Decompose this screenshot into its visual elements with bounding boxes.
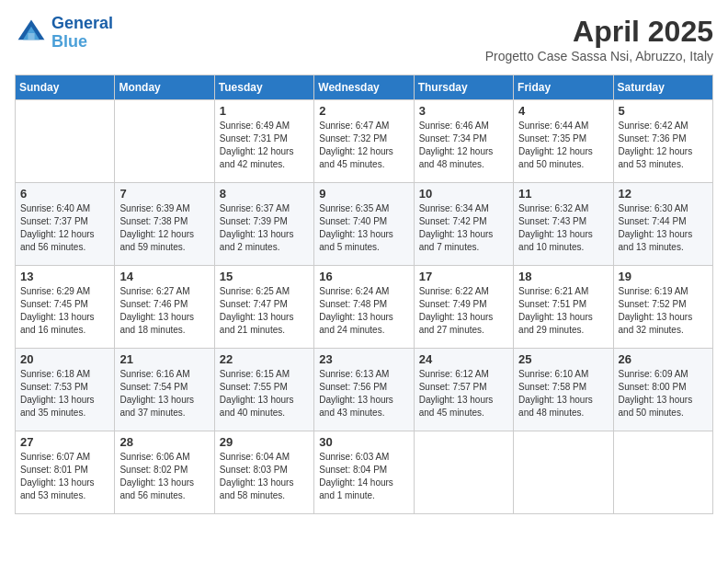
day-info: Sunrise: 6:13 AM Sunset: 7:56 PM Dayligh… bbox=[319, 368, 408, 419]
calendar-cell: 13Sunrise: 6:29 AM Sunset: 7:45 PM Dayli… bbox=[16, 266, 115, 349]
day-number: 28 bbox=[119, 435, 209, 449]
day-info: Sunrise: 6:27 AM Sunset: 7:46 PM Dayligh… bbox=[119, 285, 209, 337]
calendar-cell: 25Sunrise: 6:10 AM Sunset: 7:58 PM Dayli… bbox=[514, 349, 613, 431]
day-info: Sunrise: 6:37 AM Sunset: 7:39 PM Dayligh… bbox=[220, 202, 309, 254]
page-header: General Blue April 2025 Progetto Case Sa… bbox=[15, 15, 713, 63]
day-header-thursday: Thursday bbox=[414, 75, 513, 100]
day-info: Sunrise: 6:35 AM Sunset: 7:40 PM Dayligh… bbox=[319, 202, 408, 254]
day-info: Sunrise: 6:19 AM Sunset: 7:52 PM Dayligh… bbox=[619, 285, 708, 337]
calendar-cell: 15Sunrise: 6:25 AM Sunset: 7:47 PM Dayli… bbox=[214, 266, 313, 349]
day-number: 21 bbox=[119, 352, 209, 366]
day-number: 9 bbox=[319, 187, 408, 201]
calendar-cell: 16Sunrise: 6:24 AM Sunset: 7:48 PM Dayli… bbox=[314, 266, 414, 349]
calendar-cell bbox=[115, 100, 214, 183]
day-info: Sunrise: 6:15 AM Sunset: 7:55 PM Dayligh… bbox=[220, 368, 309, 419]
day-info: Sunrise: 6:32 AM Sunset: 7:43 PM Dayligh… bbox=[518, 202, 608, 254]
day-number: 17 bbox=[419, 270, 508, 283]
day-number: 11 bbox=[518, 187, 608, 201]
day-number: 13 bbox=[20, 270, 109, 283]
calendar-cell: 2Sunrise: 6:47 AM Sunset: 7:32 PM Daylig… bbox=[314, 100, 414, 183]
day-info: Sunrise: 6:04 AM Sunset: 8:03 PM Dayligh… bbox=[220, 451, 309, 502]
svg-rect-2 bbox=[28, 33, 34, 40]
day-number: 20 bbox=[20, 352, 109, 366]
calendar-cell: 30Sunrise: 6:03 AM Sunset: 8:04 PM Dayli… bbox=[314, 431, 414, 514]
day-info: Sunrise: 6:07 AM Sunset: 8:01 PM Dayligh… bbox=[20, 451, 109, 502]
calendar-cell: 22Sunrise: 6:15 AM Sunset: 7:55 PM Dayli… bbox=[214, 349, 313, 431]
day-number: 30 bbox=[319, 435, 408, 449]
calendar-cell: 10Sunrise: 6:34 AM Sunset: 7:42 PM Dayli… bbox=[414, 183, 513, 266]
calendar-cell: 20Sunrise: 6:18 AM Sunset: 7:53 PM Dayli… bbox=[16, 349, 115, 431]
calendar-cell: 24Sunrise: 6:12 AM Sunset: 7:57 PM Dayli… bbox=[414, 349, 513, 431]
subtitle: Progetto Case Sassa Nsi, Abruzzo, Italy bbox=[485, 49, 713, 63]
logo-icon bbox=[15, 17, 48, 50]
day-info: Sunrise: 6:09 AM Sunset: 8:00 PM Dayligh… bbox=[619, 368, 708, 419]
calendar-cell: 1Sunrise: 6:49 AM Sunset: 7:31 PM Daylig… bbox=[214, 100, 313, 183]
calendar-cell: 19Sunrise: 6:19 AM Sunset: 7:52 PM Dayli… bbox=[613, 266, 712, 349]
day-info: Sunrise: 6:42 AM Sunset: 7:36 PM Dayligh… bbox=[619, 120, 708, 171]
day-info: Sunrise: 6:22 AM Sunset: 7:49 PM Dayligh… bbox=[419, 285, 508, 337]
day-number: 7 bbox=[119, 187, 209, 201]
day-info: Sunrise: 6:34 AM Sunset: 7:42 PM Dayligh… bbox=[419, 202, 508, 254]
calendar-cell: 21Sunrise: 6:16 AM Sunset: 7:54 PM Dayli… bbox=[115, 349, 214, 431]
calendar-cell: 8Sunrise: 6:37 AM Sunset: 7:39 PM Daylig… bbox=[214, 183, 313, 266]
day-info: Sunrise: 6:06 AM Sunset: 8:02 PM Dayligh… bbox=[119, 451, 209, 502]
day-info: Sunrise: 6:39 AM Sunset: 7:38 PM Dayligh… bbox=[119, 202, 209, 254]
calendar: SundayMondayTuesdayWednesdayThursdayFrid… bbox=[15, 75, 713, 514]
day-number: 26 bbox=[619, 352, 708, 366]
day-header-wednesday: Wednesday bbox=[314, 75, 414, 100]
calendar-cell: 11Sunrise: 6:32 AM Sunset: 7:43 PM Dayli… bbox=[514, 183, 613, 266]
calendar-cell: 12Sunrise: 6:30 AM Sunset: 7:44 PM Dayli… bbox=[613, 183, 712, 266]
day-info: Sunrise: 6:03 AM Sunset: 8:04 PM Dayligh… bbox=[319, 451, 408, 502]
calendar-cell: 14Sunrise: 6:27 AM Sunset: 7:46 PM Dayli… bbox=[115, 266, 214, 349]
day-header-friday: Friday bbox=[514, 75, 613, 100]
day-number: 6 bbox=[20, 187, 109, 201]
day-number: 14 bbox=[119, 270, 209, 283]
day-number: 22 bbox=[220, 352, 309, 366]
calendar-cell: 17Sunrise: 6:22 AM Sunset: 7:49 PM Dayli… bbox=[414, 266, 513, 349]
day-number: 25 bbox=[518, 352, 608, 366]
day-info: Sunrise: 6:21 AM Sunset: 7:51 PM Dayligh… bbox=[518, 285, 608, 337]
day-info: Sunrise: 6:49 AM Sunset: 7:31 PM Dayligh… bbox=[220, 120, 309, 171]
day-info: Sunrise: 6:40 AM Sunset: 7:37 PM Dayligh… bbox=[20, 202, 109, 254]
day-info: Sunrise: 6:46 AM Sunset: 7:34 PM Dayligh… bbox=[419, 120, 508, 171]
day-info: Sunrise: 6:47 AM Sunset: 7:32 PM Dayligh… bbox=[319, 120, 408, 171]
day-number: 1 bbox=[220, 104, 309, 118]
day-info: Sunrise: 6:25 AM Sunset: 7:47 PM Dayligh… bbox=[220, 285, 309, 337]
calendar-cell: 7Sunrise: 6:39 AM Sunset: 7:38 PM Daylig… bbox=[115, 183, 214, 266]
day-number: 19 bbox=[619, 270, 708, 283]
calendar-cell: 28Sunrise: 6:06 AM Sunset: 8:02 PM Dayli… bbox=[115, 431, 214, 514]
day-number: 18 bbox=[518, 270, 608, 283]
calendar-cell: 4Sunrise: 6:44 AM Sunset: 7:35 PM Daylig… bbox=[514, 100, 613, 183]
day-number: 12 bbox=[619, 187, 708, 201]
day-info: Sunrise: 6:18 AM Sunset: 7:53 PM Dayligh… bbox=[20, 368, 109, 419]
calendar-cell bbox=[613, 431, 712, 514]
calendar-cell bbox=[16, 100, 115, 183]
day-header-monday: Monday bbox=[115, 75, 214, 100]
day-info: Sunrise: 6:12 AM Sunset: 7:57 PM Dayligh… bbox=[419, 368, 508, 419]
day-number: 15 bbox=[220, 270, 309, 283]
day-number: 16 bbox=[319, 270, 408, 283]
day-header-sunday: Sunday bbox=[16, 75, 115, 100]
logo-text: General Blue bbox=[51, 15, 113, 52]
day-info: Sunrise: 6:30 AM Sunset: 7:44 PM Dayligh… bbox=[619, 202, 708, 254]
day-number: 2 bbox=[319, 104, 408, 118]
calendar-cell bbox=[414, 431, 513, 514]
calendar-cell: 18Sunrise: 6:21 AM Sunset: 7:51 PM Dayli… bbox=[514, 266, 613, 349]
calendar-cell: 6Sunrise: 6:40 AM Sunset: 7:37 PM Daylig… bbox=[16, 183, 115, 266]
logo: General Blue bbox=[15, 15, 113, 52]
calendar-cell: 5Sunrise: 6:42 AM Sunset: 7:36 PM Daylig… bbox=[613, 100, 712, 183]
day-info: Sunrise: 6:16 AM Sunset: 7:54 PM Dayligh… bbox=[119, 368, 209, 419]
day-info: Sunrise: 6:29 AM Sunset: 7:45 PM Dayligh… bbox=[20, 285, 109, 337]
day-number: 24 bbox=[419, 352, 508, 366]
calendar-cell: 27Sunrise: 6:07 AM Sunset: 8:01 PM Dayli… bbox=[16, 431, 115, 514]
title-block: April 2025 Progetto Case Sassa Nsi, Abru… bbox=[485, 15, 713, 63]
day-number: 27 bbox=[20, 435, 109, 449]
calendar-cell: 29Sunrise: 6:04 AM Sunset: 8:03 PM Dayli… bbox=[214, 431, 313, 514]
day-header-saturday: Saturday bbox=[613, 75, 712, 100]
calendar-cell: 23Sunrise: 6:13 AM Sunset: 7:56 PM Dayli… bbox=[314, 349, 414, 431]
day-number: 5 bbox=[619, 104, 708, 118]
calendar-cell bbox=[514, 431, 613, 514]
day-info: Sunrise: 6:44 AM Sunset: 7:35 PM Dayligh… bbox=[518, 120, 608, 171]
day-info: Sunrise: 6:10 AM Sunset: 7:58 PM Dayligh… bbox=[518, 368, 608, 419]
day-info: Sunrise: 6:24 AM Sunset: 7:48 PM Dayligh… bbox=[319, 285, 408, 337]
